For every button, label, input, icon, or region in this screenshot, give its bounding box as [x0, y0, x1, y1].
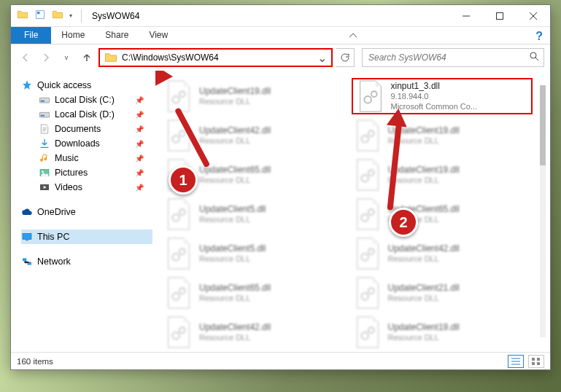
address-bar[interactable]: ⌄	[98, 48, 333, 67]
file-item[interactable]: UpdateClient42.dllResource DLL	[352, 235, 533, 272]
file-meta: UpdateClient42.dllResource DLL	[199, 322, 271, 343]
close-button[interactable]	[516, 5, 550, 26]
file-meta: UpdateClient19.dllResource DLL	[199, 86, 271, 107]
file-item[interactable]: UpdateClient5.dllResource DLL	[163, 196, 344, 232]
dll-icon	[353, 158, 382, 192]
dll-icon	[164, 315, 193, 349]
recent-dropdown-icon[interactable]: v	[58, 49, 75, 66]
file-meta: UpdateClient42.dllResource DLL	[199, 125, 271, 146]
search-input[interactable]	[368, 52, 529, 63]
pin-icon: 📌	[135, 111, 144, 119]
file-item[interactable]: UpdateClient65.dllResource DLL	[352, 196, 533, 232]
sidebar-item-downloads[interactable]: Downloads📌	[21, 136, 152, 151]
ribbon-collapse-icon[interactable]	[341, 27, 365, 44]
up-button[interactable]	[78, 49, 96, 66]
view-large-icons-button[interactable]	[528, 355, 544, 368]
file-item[interactable]: UpdateClient5.dllResource DLL	[163, 235, 344, 272]
file-item[interactable]: UpdateClient19.dllResource DLL	[352, 314, 533, 350]
file-meta: UpdateClient5.dllResource DLL	[199, 243, 266, 264]
properties-icon[interactable]	[34, 9, 46, 23]
svg-point-14	[530, 52, 536, 58]
sidebar-item-music[interactable]: Music📌	[21, 151, 152, 165]
navigation-pane: Quick access Local Disk (C:)📌 Local Disk…	[11, 71, 155, 352]
file-grid: UpdateClient19.dllResource DLLxinput1_3.…	[163, 78, 533, 345]
file-item-highlighted[interactable]: xinput1_3.dll9.18.944.0Microsoft Common …	[352, 78, 533, 114]
pin-icon: 📌	[135, 154, 144, 162]
dll-icon	[164, 276, 193, 310]
sidebar-item-local-c[interactable]: Local Disk (C:)📌	[21, 93, 152, 107]
view-details-button[interactable]	[508, 355, 524, 368]
search-icon[interactable]	[529, 51, 539, 64]
file-meta: UpdateClient42.dllResource DLL	[388, 243, 460, 264]
sidebar-item-local-d[interactable]: Local Disk (D:)📌	[21, 107, 152, 122]
tab-share[interactable]: Share	[95, 27, 139, 44]
scrollbar[interactable]	[537, 74, 549, 349]
svg-rect-16	[537, 358, 540, 361]
dll-icon	[164, 237, 193, 270]
navigation-bar: v ⌄	[11, 44, 550, 71]
file-item[interactable]: UpdateClient19.dllResource DLL	[352, 117, 533, 154]
scrollbar-thumb[interactable]	[540, 85, 546, 165]
quick-access-group[interactable]: Quick access	[21, 78, 152, 93]
file-item[interactable]: UpdateClient21.dllResource DLL	[352, 275, 533, 311]
sidebar-item-videos[interactable]: Videos📌	[21, 180, 152, 195]
file-item[interactable]: UpdateClient19.dllResource DLL	[352, 157, 533, 193]
help-icon[interactable]: ?	[528, 27, 550, 44]
pin-icon: 📌	[135, 125, 144, 133]
qat-dropdown-icon[interactable]: ▾	[69, 12, 72, 19]
file-item[interactable]: UpdateClient42.dllResource DLL	[163, 314, 344, 350]
address-dropdown-icon[interactable]: ⌄	[315, 51, 328, 65]
tab-home[interactable]: Home	[51, 27, 95, 44]
ribbon-tabs: File Home Share View ?	[11, 27, 550, 44]
file-item[interactable]: UpdateClient19.dllResource DLL	[163, 78, 344, 114]
folder-icon	[17, 9, 28, 23]
dll-icon	[356, 79, 385, 113]
dll-icon	[353, 197, 382, 231]
dll-icon	[353, 315, 382, 349]
address-input[interactable]	[122, 52, 315, 63]
sidebar-item-this-pc[interactable]: This PC	[21, 230, 152, 244]
separator	[81, 9, 82, 23]
pin-icon: 📌	[135, 96, 144, 104]
quick-access-label: Quick access	[37, 80, 91, 90]
pin-icon: 📌	[135, 184, 144, 192]
annotation-marker-1: 1	[169, 165, 198, 195]
search-box[interactable]	[362, 48, 544, 67]
sidebar-item-pictures[interactable]: Pictures📌	[21, 165, 152, 180]
dll-icon	[164, 197, 193, 231]
file-meta: UpdateClient19.dllResource DLL	[388, 165, 460, 186]
file-meta: UpdateClient19.dllResource DLL	[388, 322, 460, 343]
file-item[interactable]: UpdateClient65.dllResource DLL	[163, 275, 344, 311]
new-folder-icon[interactable]	[52, 9, 63, 23]
pin-icon: 📌	[135, 140, 144, 148]
quick-access-toolbar: ▾	[17, 9, 85, 23]
tab-view[interactable]: View	[139, 27, 178, 44]
item-count: 160 items	[17, 357, 53, 366]
folder-icon	[104, 51, 117, 64]
window-title: SysWOW64	[92, 11, 139, 21]
svg-rect-15	[532, 358, 535, 361]
annotation-arrow-2-head	[387, 108, 409, 128]
status-bar: 160 items	[11, 352, 550, 369]
forward-button[interactable]	[37, 49, 55, 66]
svg-rect-17	[532, 362, 535, 365]
maximize-button[interactable]	[483, 5, 516, 26]
sidebar-item-network[interactable]: Network	[21, 254, 152, 269]
back-button[interactable]	[17, 49, 34, 66]
minimize-button[interactable]	[449, 5, 483, 26]
body: Quick access Local Disk (C:)📌 Local Disk…	[11, 71, 550, 352]
dll-icon	[353, 119, 382, 152]
file-meta: UpdateClient5.dllResource DLL	[199, 204, 266, 225]
content-pane: UpdateClient19.dllResource DLLxinput1_3.…	[155, 71, 550, 352]
sidebar-item-documents[interactable]: Documents📌	[21, 122, 152, 136]
sidebar-item-onedrive[interactable]: OneDrive	[21, 205, 152, 219]
svg-rect-13	[497, 12, 503, 19]
svg-rect-18	[537, 362, 540, 365]
svg-rect-12	[37, 12, 39, 14]
dll-icon	[353, 276, 382, 310]
dll-icon	[353, 237, 382, 270]
pin-icon: 📌	[135, 169, 144, 177]
tab-file[interactable]: File	[11, 27, 51, 44]
file-meta: UpdateClient21.dllResource DLL	[388, 283, 460, 304]
refresh-button[interactable]	[336, 48, 355, 67]
